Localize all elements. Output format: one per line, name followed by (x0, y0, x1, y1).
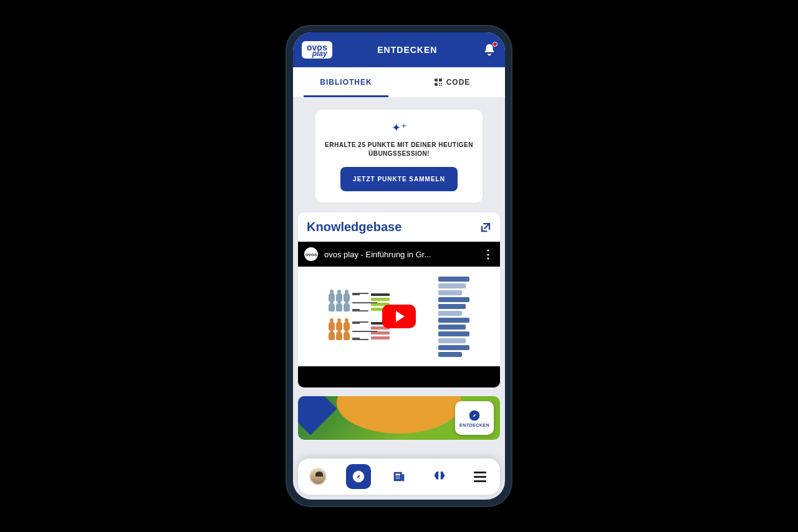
brand-logo[interactable]: ovos play (302, 41, 332, 59)
compass-icon (468, 409, 481, 422)
svg-rect-5 (439, 85, 440, 86)
tab-bar: BIBLIOTHEK CODE (293, 67, 505, 97)
svg-rect-0 (435, 78, 438, 82)
avatar-icon (309, 468, 327, 485)
app-screen: ovos play ENTDECKEN BIBLIOTHEK CODE ✦⁺ E… (293, 32, 505, 500)
knowledgebase-card: Knowledgebase ovos ovos play - Einführun… (298, 212, 500, 387)
video-title-bar: ovos ovos play - Einführung in Gr... ⋮ (298, 242, 500, 267)
svg-rect-10 (402, 474, 405, 481)
points-card: ✦⁺ ERHALTE 25 PUNKTE MIT DEINER HEUTIGEN… (315, 110, 483, 202)
compass-icon (352, 470, 365, 483)
knowledgebase-header: Knowledgebase (298, 212, 500, 242)
nav-news[interactable] (387, 464, 411, 489)
logo-text-2: play (312, 50, 327, 57)
points-text: ERHALTE 25 PUNKTE MIT DEINER HEUTIGEN ÜB… (324, 141, 474, 158)
video-title[interactable]: ovos play - Einführung in Gr... (324, 250, 476, 259)
points-prefix: ERHALTE (325, 141, 358, 148)
svg-rect-4 (441, 83, 442, 84)
video-footer-bar (298, 366, 500, 387)
tab-library-label: BIBLIOTHEK (320, 78, 372, 87)
content-scroll[interactable]: ✦⁺ ERHALTE 25 PUNKTE MIT DEINER HEUTIGEN… (293, 97, 505, 500)
svg-rect-11 (395, 473, 400, 475)
tab-code-label: CODE (446, 78, 471, 87)
svg-rect-1 (439, 78, 442, 82)
nav-profile[interactable] (305, 464, 330, 489)
video-thumbnail[interactable] (298, 267, 500, 366)
menu-icon (474, 472, 486, 482)
video-more-button[interactable]: ⋮ (483, 247, 494, 261)
collect-points-button[interactable]: JETZT PUNKTE SAMMELN (340, 167, 458, 191)
qr-icon (434, 78, 443, 87)
svg-rect-6 (441, 85, 442, 86)
video-embed: ovos ovos play - Einführung in Gr... ⋮ (298, 242, 500, 387)
brain-icon (433, 470, 446, 483)
app-header: ovos play ENTDECKEN (293, 32, 505, 67)
stack-illustration (438, 277, 469, 357)
diagram-illustration (329, 293, 390, 340)
notification-badge (493, 42, 498, 47)
external-link-icon (480, 222, 491, 233)
nav-discover[interactable] (346, 464, 371, 489)
header-title: ENTDECKEN (377, 45, 437, 55)
newspaper-icon (392, 470, 406, 483)
fab-label: ENTDECKEN (459, 423, 489, 427)
phone-frame: ovos play ENTDECKEN BIBLIOTHEK CODE ✦⁺ E… (287, 26, 511, 506)
sparkle-icon: ✦⁺ (324, 121, 474, 135)
svg-rect-3 (439, 83, 440, 84)
nav-menu[interactable] (468, 464, 493, 489)
video-channel-avatar[interactable]: ovos (304, 247, 318, 261)
tab-code[interactable]: CODE (399, 67, 505, 97)
nav-brain[interactable] (427, 464, 452, 489)
next-card-preview[interactable]: ENTDECKEN (298, 396, 500, 440)
svg-rect-13 (395, 478, 400, 479)
play-icon (396, 311, 405, 322)
points-bold: 25 PUNKTE (358, 141, 395, 148)
tab-library[interactable]: BIBLIOTHEK (293, 67, 399, 97)
notifications-button[interactable] (483, 43, 496, 57)
svg-rect-12 (395, 477, 400, 477)
bottom-nav (298, 458, 500, 495)
open-external-button[interactable] (480, 222, 491, 233)
discover-fab[interactable]: ENTDECKEN (455, 401, 494, 435)
play-button[interactable] (382, 305, 416, 328)
svg-rect-2 (435, 83, 438, 86)
knowledgebase-title: Knowledgebase (307, 220, 401, 234)
